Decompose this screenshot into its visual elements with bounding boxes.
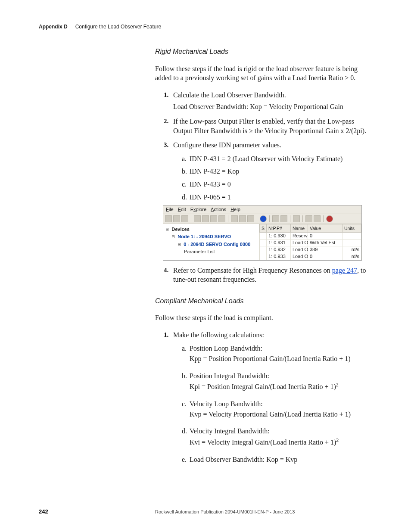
device-b-icon[interactable] bbox=[280, 215, 287, 222]
header-chapter: Configure the Load Observer Feature bbox=[75, 24, 161, 30]
table-header-row: S N:P.P# Name Value Units bbox=[260, 224, 361, 232]
wizard-icon[interactable] bbox=[231, 215, 238, 222]
step-number: 3. bbox=[164, 140, 168, 149]
calc-item-a: a. Position Loop Bandwidth: Kpp = Positi… bbox=[182, 344, 372, 363]
new-icon[interactable] bbox=[165, 215, 172, 222]
table-row[interactable]: 1: 0.933Load Obs Int Bw0rd/s bbox=[260, 253, 361, 260]
idn-item-a: a.IDN P-431 = 2 (Load Observer with Velo… bbox=[182, 154, 372, 164]
step-text: Make the following calculations: bbox=[173, 331, 264, 339]
menu-file[interactable]: File bbox=[166, 206, 174, 213]
col-units[interactable]: Units bbox=[342, 224, 361, 232]
menu-actions[interactable]: Actions bbox=[211, 206, 226, 213]
table-row[interactable]: 1: 0.932Load Obs Bw389rd/s bbox=[260, 246, 361, 253]
header-appendix: Appendix D bbox=[39, 24, 68, 30]
section-rigid-title: Rigid Mechanical Loads bbox=[155, 47, 372, 56]
device-tree[interactable]: Devices Node 1: - 2094D SERVO 0 - 2094D … bbox=[163, 224, 259, 260]
section-compliant-intro: Follow these steps if the load is compli… bbox=[155, 313, 372, 323]
dropdown-icon[interactable] bbox=[239, 215, 246, 222]
step-sub: Load Observer Bandwidth: Kop = Velocity … bbox=[173, 102, 372, 112]
open-icon[interactable] bbox=[173, 215, 180, 222]
calc-item-d: d. Velocity Integral Bandwidth: Kvi = Ve… bbox=[182, 426, 372, 447]
step-text: If the Low-pass Output Filter is enabled… bbox=[173, 118, 366, 134]
main-content: Rigid Mechanical Loads Follow these step… bbox=[155, 47, 372, 464]
idn-item-d: d.IDN P-065 = 1 bbox=[182, 193, 372, 202]
idn-item-b: b.IDN P-432 = Kop bbox=[182, 167, 372, 176]
step-number: 1. bbox=[164, 90, 168, 99]
menu-edit[interactable]: Edit bbox=[178, 206, 186, 213]
page: Appendix D Configure the Load Observer F… bbox=[0, 0, 411, 532]
step-text: Configure these IDN parameter values. bbox=[173, 141, 281, 149]
save-icon[interactable] bbox=[181, 215, 188, 222]
copy-icon[interactable] bbox=[202, 215, 209, 222]
shot-body: Devices Node 1: - 2094D SERVO 0 - 2094D … bbox=[163, 224, 361, 260]
calc-item-c: c. Velocity Loop Bandwidth: Kvp = Veloci… bbox=[182, 399, 372, 419]
col-npp[interactable]: N:P.P# bbox=[267, 224, 291, 232]
table-row[interactable]: 1: 0.931Load Obs ConfigWith Vel Est bbox=[260, 239, 361, 246]
rigid-step-3: 3. Configure these IDN parameter values.… bbox=[165, 140, 372, 260]
toolbar bbox=[163, 214, 361, 224]
col-value[interactable]: Value bbox=[308, 224, 342, 232]
rigid-steps: 1. Calculate the Load Observer Bandwidth… bbox=[155, 90, 372, 284]
rigid-step-4: 4. Refer to Compensate for High Frequenc… bbox=[165, 266, 372, 284]
wand-icon[interactable] bbox=[305, 215, 312, 222]
paste-icon[interactable] bbox=[210, 215, 217, 222]
parameter-table: S N:P.P# Name Value Units 1: 0.930Reserv… bbox=[259, 224, 361, 260]
table-row[interactable]: 1: 0.930Reserved0 bbox=[260, 233, 361, 240]
menu-help[interactable]: Help bbox=[230, 206, 240, 213]
step-number: 1. bbox=[164, 330, 168, 339]
table-icon[interactable] bbox=[247, 215, 254, 222]
compliant-step-1: 1. Make the following calculations: a. P… bbox=[165, 330, 372, 464]
rigid-step-2: 2. If the Low-pass Output Filter is enab… bbox=[165, 117, 372, 135]
page-footer: 242 Rockwell Automation Publication 2094… bbox=[39, 508, 372, 515]
tree-root[interactable]: Devices bbox=[166, 226, 256, 233]
col-name[interactable]: Name bbox=[291, 224, 308, 232]
info-icon[interactable] bbox=[260, 215, 267, 222]
idn-software-screenshot: File Edit Explore Actions Help bbox=[163, 205, 362, 260]
compliant-steps: 1. Make the following calculations: a. P… bbox=[155, 330, 372, 464]
tree-node-1[interactable]: Node 1: - 2094D SERVO bbox=[172, 233, 256, 241]
step-number: 4. bbox=[164, 266, 168, 274]
idn-sublist: a.IDN P-431 = 2 (Load Observer with Velo… bbox=[173, 154, 372, 202]
menu-explore[interactable]: Explore bbox=[190, 206, 206, 213]
section-rigid-intro: Follow these steps if the load is rigid … bbox=[155, 64, 372, 83]
cut-icon[interactable] bbox=[194, 215, 201, 222]
step-number: 2. bbox=[164, 117, 168, 125]
running-header: Appendix D Configure the Load Observer F… bbox=[39, 24, 372, 30]
stop-icon[interactable] bbox=[326, 215, 333, 222]
tree-leaf-parameter-list[interactable]: Parameter List bbox=[184, 248, 256, 255]
step-text: Calculate the Load Observer Bandwidth. bbox=[173, 91, 286, 99]
section-compliant-title: Compliant Mechanical Loads bbox=[155, 296, 372, 306]
tree-node-2[interactable]: 0 - 2094D SERVO Config 0000 bbox=[178, 241, 256, 249]
publication-info: Rockwell Automation Publication 2094-UM0… bbox=[155, 509, 372, 514]
page-247-link[interactable]: page 247 bbox=[332, 267, 357, 274]
device-a-icon[interactable] bbox=[272, 215, 279, 222]
calc-item-b: b. Position Integral Bandwidth: Kpi = Po… bbox=[182, 371, 372, 392]
col-s[interactable]: S bbox=[260, 224, 267, 232]
rigid-step-1: 1. Calculate the Load Observer Bandwidth… bbox=[165, 90, 372, 112]
calc-item-e: e. Load Observer Bandwidth: Kop = Kvp bbox=[182, 455, 372, 464]
page-number: 242 bbox=[39, 508, 155, 515]
menu-bar: File Edit Explore Actions Help bbox=[163, 205, 361, 214]
step-text-pre: Refer to Compensate for High Frequency R… bbox=[173, 267, 332, 274]
more-icon[interactable] bbox=[293, 215, 300, 222]
calc-sublist: a. Position Loop Bandwidth: Kpp = Positi… bbox=[173, 344, 372, 464]
idn-item-c: c.IDN P-433 = 0 bbox=[182, 180, 372, 189]
print-icon[interactable] bbox=[218, 215, 225, 222]
add-icon[interactable] bbox=[314, 215, 321, 222]
